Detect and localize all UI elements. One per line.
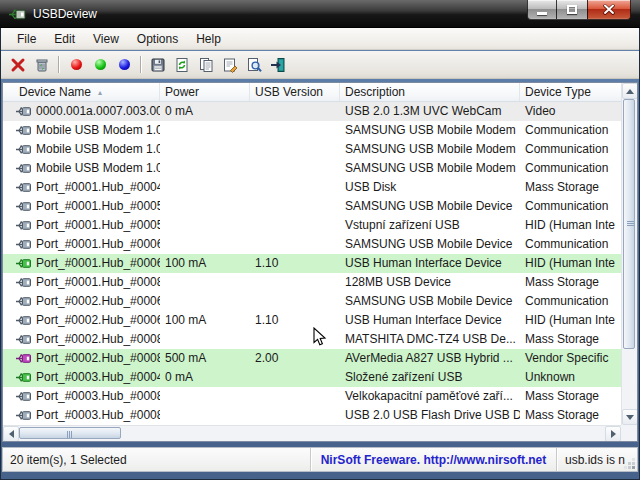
disconnect-button[interactable] [6, 54, 30, 76]
copy-button[interactable] [194, 54, 218, 76]
scroll-down-button[interactable] [622, 409, 638, 425]
refresh-icon [174, 57, 190, 73]
red-ball-button[interactable] [64, 54, 88, 76]
usb-plug-icon [16, 391, 31, 402]
table-row[interactable]: Port_#0001.Hub_#0005SAMSUNG USB Mobile D… [3, 197, 637, 216]
properties-icon [222, 57, 238, 73]
table-body: 0000.001a.0007.003.00...0 mAUSB 2.0 1.3M… [3, 102, 637, 425]
close-button[interactable] [587, 0, 631, 20]
usb-version-cell [250, 273, 340, 292]
exit-button[interactable] [266, 54, 290, 76]
power-cell [160, 406, 250, 425]
scroll-right-button[interactable] [605, 426, 621, 442]
table-row[interactable]: Port_#0001.Hub_#0005Vstupní zařízení USB… [3, 216, 637, 235]
device-name: Port_#0002.Hub_#0008 [36, 330, 160, 349]
column-label: Device Type [525, 85, 591, 99]
table-row[interactable]: Mobile USB Modem 1.0SAMSUNG USB Mobile M… [3, 140, 637, 159]
scroll-left-button[interactable] [3, 426, 19, 442]
usb-version-cell [250, 140, 340, 159]
description-cell: 128MB USB Device [340, 273, 520, 292]
column-label: Device Name [19, 85, 91, 99]
table-row[interactable]: Mobile USB Modem 1.0SAMSUNG USB Mobile M… [3, 159, 637, 178]
minimize-button[interactable] [527, 0, 557, 20]
menu-help[interactable]: Help [187, 29, 230, 49]
device-name: Port_#0001.Hub_#0006 [36, 254, 160, 273]
horizontal-scrollbar[interactable] [3, 425, 621, 441]
table-row[interactable]: Mobile USB Modem 1.0SAMSUNG USB Mobile M… [3, 121, 637, 140]
table-row[interactable]: Port_#0003.Hub_#0008USB 2.0 USB Flash Dr… [3, 406, 637, 425]
horizontal-scroll-thumb[interactable] [19, 427, 121, 439]
arrow-down-icon [626, 415, 634, 420]
table-row[interactable]: Port_#0002.Hub_#0008MATSHITA DMC-TZ4 USB… [3, 330, 637, 349]
scroll-up-button[interactable] [622, 83, 638, 99]
device-name: Port_#0003.Hub_#0008 [36, 406, 160, 425]
maximize-icon [567, 5, 577, 14]
device-name-cell: Mobile USB Modem 1.0 [3, 159, 160, 178]
table-row[interactable]: Port_#0002.Hub_#0006SAMSUNG USB Mobile D… [3, 292, 637, 311]
menu-options[interactable]: Options [128, 29, 187, 49]
menu-view[interactable]: View [84, 29, 128, 49]
table-row[interactable]: Port_#0001.Hub_#0006100 mA1.10USB Human … [3, 254, 637, 273]
device-name-cell: Mobile USB Modem 1.0 [3, 121, 160, 140]
table-row[interactable]: 0000.001a.0007.003.00...0 mAUSB 2.0 1.3M… [3, 102, 637, 121]
device-name: Port_#0001.Hub_#0004 [36, 178, 160, 197]
table-row[interactable]: Port_#0001.Hub_#0006SAMSUNG USB Mobile D… [3, 235, 637, 254]
table-row[interactable]: Port_#0001.Hub_#0004USB DiskMass Storage [3, 178, 637, 197]
blue-ball-button[interactable] [112, 54, 136, 76]
vertical-scroll-thumb[interactable] [623, 99, 635, 349]
usb-version-cell [250, 178, 340, 197]
table-row[interactable]: Port_#0001.Hub_#0008128MB USB DeviceMass… [3, 273, 637, 292]
sort-ascending-icon: ▴ [98, 88, 102, 97]
column-header-description[interactable]: Description [340, 83, 520, 101]
device-name: Port_#0002.Hub_#0008 [36, 349, 160, 368]
device-name: Port_#0001.Hub_#0005 [36, 216, 160, 235]
status-bar: 20 item(s), 1 Selected NirSoft Freeware.… [2, 447, 638, 472]
table-row[interactable]: Port_#0002.Hub_#0006100 mA1.10USB Human … [3, 311, 637, 330]
maximize-button[interactable] [557, 0, 587, 20]
usb-plug-icon [16, 144, 31, 155]
usb-plug-icon [16, 239, 31, 250]
refresh-button[interactable] [170, 54, 194, 76]
device-type-cell: Mass Storage [520, 387, 637, 406]
device-name: Port_#0002.Hub_#0006 [36, 311, 160, 330]
properties-button[interactable] [218, 54, 242, 76]
description-cell: Vstupní zařízení USB [340, 216, 520, 235]
menu-file[interactable]: File [8, 29, 45, 49]
usb-version-cell [250, 197, 340, 216]
floppy-save-icon [150, 57, 166, 73]
window-title: USBDeview [33, 7, 97, 21]
description-cell: Velkokapacitní paměťové zaří... [340, 387, 520, 406]
table-row[interactable]: Port_#0002.Hub_#0008500 mA2.00AVerMedia … [3, 349, 637, 368]
column-header-device-name[interactable]: Device Name▴ [3, 83, 160, 101]
device-name-cell: Port_#0001.Hub_#0005 [3, 197, 160, 216]
status-nirsoft-link[interactable]: NirSoft Freeware. http://www.nirsoft.net [311, 448, 557, 471]
menu-edit[interactable]: Edit [45, 29, 84, 49]
find-button[interactable] [242, 54, 266, 76]
usb-plug-icon [16, 353, 31, 364]
title-bar[interactable]: USBDeview [0, 0, 640, 28]
power-cell [160, 159, 250, 178]
status-items-count: 20 item(s), 1 Selected [3, 448, 311, 471]
device-name-cell: Port_#0001.Hub_#0004 [3, 178, 160, 197]
column-header-power[interactable]: Power [160, 83, 250, 101]
description-cell: SAMSUNG USB Mobile Modem [340, 159, 520, 178]
column-header-usb-version[interactable]: USB Version [250, 83, 340, 101]
description-cell: USB Human Interface Device [340, 254, 520, 273]
uninstall-button[interactable] [30, 54, 54, 76]
description-cell: AVerMedia A827 USB Hybrid ... [340, 349, 520, 368]
power-cell: 0 mA [160, 102, 250, 121]
vertical-scrollbar[interactable] [621, 83, 637, 425]
column-header-device-type[interactable]: Device Type [520, 83, 637, 101]
save-button[interactable] [146, 54, 170, 76]
device-type-cell: Communication [520, 159, 637, 178]
exit-door-icon [270, 57, 286, 73]
usb-plug-icon [16, 201, 31, 212]
thumb-grip-icon [67, 431, 68, 438]
device-name: Port_#0001.Hub_#0005 [36, 197, 160, 216]
column-label: USB Version [255, 85, 323, 99]
usb-plug-icon [16, 372, 31, 383]
power-cell [160, 140, 250, 159]
table-row[interactable]: Port_#0003.Hub_#0008Velkokapacitní paměť… [3, 387, 637, 406]
green-ball-button[interactable] [88, 54, 112, 76]
table-row[interactable]: Port_#0003.Hub_#00040 mASložené zařízení… [3, 368, 637, 387]
